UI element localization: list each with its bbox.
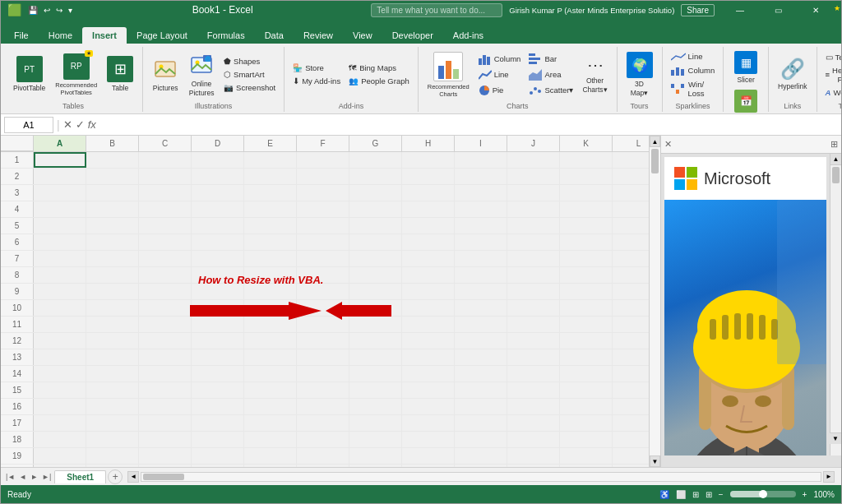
cell-J17[interactable]	[507, 415, 560, 431]
bar-chart-button[interactable]: Bar	[525, 52, 576, 67]
cell-C15[interactable]	[139, 382, 192, 398]
cell-A17[interactable]	[34, 415, 86, 431]
sheet-next-button[interactable]: ►	[29, 471, 39, 483]
cell-I7[interactable]	[455, 251, 507, 266]
cell-E13[interactable]	[244, 349, 297, 365]
tab-insert[interactable]: Insert	[82, 27, 127, 44]
cell-H17[interactable]	[402, 415, 455, 431]
sheet-last-button[interactable]: ►|	[40, 471, 53, 483]
cell-K3[interactable]	[560, 185, 613, 201]
hyperlink-button[interactable]: 🔗 Hyperlink	[774, 55, 811, 93]
cell-J15[interactable]	[507, 382, 560, 398]
cell-I12[interactable]	[455, 333, 507, 349]
cell-H19[interactable]	[402, 448, 455, 464]
cell-G12[interactable]	[349, 333, 402, 349]
cell-H20[interactable]	[402, 465, 455, 467]
col-header-K[interactable]: K	[560, 136, 613, 151]
cell-C20[interactable]	[139, 465, 192, 467]
tab-review[interactable]: Review	[294, 27, 343, 44]
area-chart-button[interactable]: Area	[525, 67, 576, 82]
sparkline-column-button[interactable]: Column	[668, 64, 719, 77]
cell-C7[interactable]	[139, 251, 192, 266]
cell-J10[interactable]	[507, 300, 560, 316]
cell-D2[interactable]	[192, 169, 244, 184]
cell-B20[interactable]	[86, 465, 139, 467]
line-chart-button[interactable]: Line	[475, 67, 525, 82]
cell-H4[interactable]	[402, 201, 455, 217]
smartart-button[interactable]: ⬡SmartArt	[220, 68, 279, 81]
scatter-chart-button[interactable]: Scatter▾	[525, 83, 576, 98]
col-header-J[interactable]: J	[507, 136, 560, 151]
cell-F6[interactable]	[297, 234, 349, 250]
cell-I2[interactable]	[455, 169, 507, 184]
sparkline-line-button[interactable]: Line	[668, 50, 719, 63]
cell-D12[interactable]	[192, 333, 244, 349]
col-header-H[interactable]: H	[402, 136, 455, 151]
cell-L5[interactable]	[613, 218, 649, 234]
name-box[interactable]	[4, 117, 53, 133]
sheet-first-button[interactable]: |◄	[4, 471, 16, 483]
cell-C18[interactable]	[139, 432, 192, 447]
cell-D15[interactable]	[192, 382, 244, 398]
cell-D7[interactable]	[192, 251, 244, 266]
cell-D10[interactable]	[192, 300, 244, 316]
cell-A9[interactable]	[34, 284, 86, 299]
cell-K1[interactable]	[560, 152, 613, 168]
cell-K2[interactable]	[560, 169, 613, 184]
h-scroll-left-button[interactable]: ◄	[127, 471, 139, 483]
cell-G8[interactable]	[349, 267, 402, 283]
cell-A6[interactable]	[34, 234, 86, 250]
cell-D4[interactable]	[192, 201, 244, 217]
cell-B10[interactable]	[86, 300, 139, 316]
cell-E16[interactable]	[244, 399, 297, 414]
cell-F11[interactable]	[297, 317, 349, 332]
cell-G4[interactable]	[349, 201, 402, 217]
cell-G15[interactable]	[349, 382, 402, 398]
qat-redo[interactable]: ↪	[54, 6, 64, 15]
tab-developer[interactable]: Developer	[382, 27, 443, 44]
side-scroll-thumb[interactable]	[832, 167, 840, 183]
cell-L11[interactable]	[613, 317, 649, 332]
formula-input[interactable]	[99, 117, 838, 133]
cell-A4[interactable]	[34, 201, 86, 217]
cell-D17[interactable]	[192, 415, 244, 431]
cell-A19[interactable]	[34, 448, 86, 464]
cell-B8[interactable]	[86, 267, 139, 283]
cell-E4[interactable]	[244, 201, 297, 217]
cell-J16[interactable]	[507, 399, 560, 414]
cell-B14[interactable]	[86, 366, 139, 381]
wordart-button[interactable]: AWordArt	[822, 86, 842, 99]
cell-L20[interactable]	[613, 465, 649, 467]
h-scroll-thumb[interactable]	[143, 474, 184, 480]
cell-B5[interactable]	[86, 218, 139, 234]
cell-I9[interactable]	[455, 284, 507, 299]
cell-L6[interactable]	[613, 234, 649, 250]
cell-K9[interactable]	[560, 284, 613, 299]
col-header-G[interactable]: G	[349, 136, 402, 151]
cell-D3[interactable]	[192, 185, 244, 201]
cell-D9[interactable]	[192, 284, 244, 299]
cell-E15[interactable]	[244, 382, 297, 398]
cell-A11[interactable]	[34, 317, 86, 332]
cell-B6[interactable]	[86, 234, 139, 250]
tab-view[interactable]: View	[343, 27, 382, 44]
maximize-button[interactable]: ▭	[759, 1, 797, 19]
cell-L18[interactable]	[613, 432, 649, 447]
add-sheet-button[interactable]: +	[108, 469, 123, 484]
my-addins-button[interactable]: ⬇My Add-ins	[289, 75, 344, 87]
cell-H6[interactable]	[402, 234, 455, 250]
cell-A15[interactable]	[34, 382, 86, 398]
cell-C1[interactable]	[139, 152, 192, 168]
cell-G3[interactable]	[349, 185, 402, 201]
pictures-button[interactable]: Pictures	[148, 53, 183, 95]
cell-F14[interactable]	[297, 366, 349, 381]
cell-B2[interactable]	[86, 169, 139, 184]
cell-B15[interactable]	[86, 382, 139, 398]
share-button[interactable]: Share	[681, 4, 715, 16]
cell-L15[interactable]	[613, 382, 649, 398]
cell-K15[interactable]	[560, 382, 613, 398]
cell-L12[interactable]	[613, 333, 649, 349]
cell-I19[interactable]	[455, 448, 507, 464]
cell-J19[interactable]	[507, 448, 560, 464]
zoom-out-button[interactable]: −	[719, 490, 724, 499]
